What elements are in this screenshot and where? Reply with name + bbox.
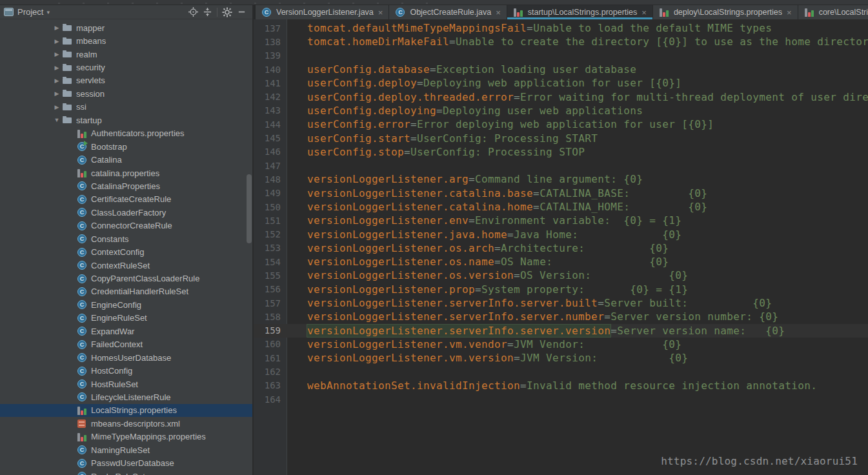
tab-core-localstrings-p[interactable]: core\LocalStrings.p (798, 5, 868, 19)
editor[interactable]: 137tomcat.defaultMimeTypeMappingsFail=Un… (254, 19, 868, 475)
collapse-all-icon[interactable] (200, 6, 214, 19)
tree-item-lifecyclelistenerrule[interactable]: CLifecycleListenerRule (0, 390, 252, 403)
tree-item-mbeans-descriptors-xml[interactable]: mbeans-descriptors.xml (0, 417, 252, 430)
code-line-158: 158versionLoggerListener.serverInfo.serv… (254, 310, 868, 323)
tree-item-label: HostConfig (91, 366, 132, 376)
settings-gear-icon[interactable] (220, 6, 234, 19)
class-icon: C (77, 471, 88, 475)
property-key: versionLoggerListener.os.version (307, 269, 514, 281)
tree-item-label: mbeans-descriptors.xml (91, 419, 180, 429)
chevron-expanded-icon[interactable]: ▼ (52, 117, 62, 123)
line-number: 151 (254, 216, 287, 226)
code-line-150: 150versionLoggerListener.catalina.home=C… (254, 200, 868, 214)
code-line-148: 148versionLoggerListener.arg=Command lin… (254, 172, 868, 186)
property-key: versionLoggerListener.vm.version (307, 352, 514, 364)
class-icon: C (77, 445, 88, 455)
tree-item-catalina[interactable]: CCatalina (0, 153, 252, 166)
tree-item-mapper[interactable]: ▶mapper (0, 21, 252, 34)
chevron-collapsed-icon[interactable]: ▶ (52, 65, 62, 71)
project-view-label[interactable]: Project (17, 7, 43, 17)
property-value: Java Home: {0} (514, 228, 681, 241)
tree-item-constants[interactable]: CConstants (0, 232, 252, 245)
tab-startup-localstrings-properties[interactable]: startup\LocalStrings.properties× (507, 5, 652, 19)
close-icon[interactable]: × (641, 8, 647, 17)
class-icon: C (77, 155, 88, 165)
locate-icon[interactable] (186, 6, 200, 19)
tree-item-classloaderfactory[interactable]: CClassLoaderFactory (0, 206, 252, 219)
tree-item-security[interactable]: ▶security (0, 61, 252, 74)
property-key: versionLoggerListener.java.home (307, 228, 507, 241)
tree-item-namingruleset[interactable]: CNamingRuleSet (0, 443, 252, 456)
property-value: Architecture: {0} (501, 242, 669, 254)
tree-item-hostconfig[interactable]: CHostConfig (0, 364, 252, 377)
tree-item-hostruleset[interactable]: CHostRuleSet (0, 378, 252, 390)
tree-item-catalina-properties[interactable]: catalina.properties (0, 167, 252, 179)
tree-item-label: EngineConfig (91, 300, 141, 310)
tab-objectcreaterule-java[interactable]: CObjectCreateRule.java× (389, 5, 506, 19)
code-line-161: 161versionLoggerListener.vm.version=JVM … (254, 351, 868, 365)
tree-item-label: session (76, 89, 105, 99)
project-tree[interactable]: ▶mapper▶mbeans▶realm▶security▶servlets▶s… (0, 19, 252, 475)
tree-item-passwduserdatabase[interactable]: CPasswdUserDatabase (0, 456, 252, 469)
tree-item-credentialhandlerruleset[interactable]: CCredentialHandlerRuleSet (0, 285, 252, 298)
tree-item-mimetypemappings-properties[interactable]: MimeTypeMappings.properties (0, 430, 252, 443)
code-line-159: 159versionLoggerListener.serverInfo.serv… (254, 324, 868, 338)
tree-item-session[interactable]: ▶session (0, 87, 252, 100)
property-key: webAnnotationSet.invalidInjection (307, 379, 520, 392)
tree-scrollbar[interactable] (247, 174, 252, 243)
code-line-138: 138tomcat.homeDirMakeFail=Unable to crea… (254, 35, 868, 48)
properties-file-icon (77, 432, 88, 442)
property-key: versionLoggerListener.serverInfo.server.… (307, 325, 611, 337)
tree-item-certificatecreaterule[interactable]: CCertificateCreateRule (0, 193, 252, 206)
key-value-separator: = (410, 118, 417, 130)
chevron-collapsed-icon[interactable]: ▶ (52, 77, 62, 84)
close-icon[interactable]: × (378, 8, 383, 17)
chevron-collapsed-icon[interactable]: ▶ (52, 25, 62, 31)
key-value-separator: = (469, 214, 475, 227)
tree-item-startup[interactable]: ▼startup (0, 114, 252, 126)
tree-item-copyparentclassloaderrule[interactable]: CCopyParentClassLoaderRule (0, 272, 252, 285)
tab-deploy-localstrings-properties[interactable]: deploy\LocalStrings.properties× (653, 5, 798, 19)
tree-item-label: FailedContext (91, 339, 143, 349)
tree-item-homesuserdatabase[interactable]: CHomesUserDatabase (0, 351, 252, 364)
tree-item-realmruleset[interactable]: CRealmRuleSet (0, 470, 252, 475)
tree-item-ssi[interactable]: ▶ssi (0, 101, 252, 114)
chevron-collapsed-icon[interactable]: ▶ (52, 90, 62, 97)
tree-item-contextconfig[interactable]: CContextConfig (0, 245, 252, 258)
class-icon: C (77, 181, 88, 191)
tree-item-bootstrap[interactable]: CBootstrap (0, 140, 252, 153)
tree-item-label: NamingRuleSet (91, 445, 150, 455)
tree-item-connectorcreaterule[interactable]: CConnectorCreateRule (0, 219, 252, 232)
tree-item-catalinaproperties[interactable]: CCatalinaProperties (0, 179, 252, 192)
code-line-137: 137tomcat.defaultMimeTypeMappingsFail=Un… (254, 21, 868, 35)
class-icon: C (77, 352, 88, 363)
tree-item-contextruleset[interactable]: CContextRuleSet (0, 259, 252, 272)
tree-item-authenticators-properties[interactable]: Authenticators.properties (0, 127, 252, 140)
code-line-139: 139 (254, 49, 868, 63)
chevron-down-icon[interactable]: ▾ (46, 9, 50, 15)
tree-item-mbeans[interactable]: ▶mbeans (0, 34, 252, 47)
code-line-140: 140userConfig.database=Exception loading… (254, 63, 868, 76)
runnable-class-icon: C (77, 141, 88, 152)
tree-item-localstrings-properties[interactable]: LocalStrings.properties (0, 404, 252, 417)
chevron-collapsed-icon[interactable]: ▶ (52, 38, 62, 45)
chevron-collapsed-icon[interactable]: ▶ (52, 104, 62, 110)
tree-item-failedcontext[interactable]: CFailedContext (0, 338, 252, 351)
close-icon[interactable]: × (787, 8, 792, 17)
chevron-collapsed-icon[interactable]: ▶ (52, 51, 62, 57)
key-value-separator: = (475, 283, 481, 296)
tree-item-label: mapper (76, 23, 105, 33)
tree-item-engineruleset[interactable]: CEngineRuleSet (0, 312, 252, 325)
class-icon: C (77, 299, 88, 310)
tree-item-label: servlets (76, 76, 105, 85)
project-panel-header: Project ▾ (0, 5, 252, 19)
tree-item-realm[interactable]: ▶realm (0, 48, 252, 61)
tree-item-servlets[interactable]: ▶servlets (0, 74, 252, 87)
key-value-separator: = (410, 132, 417, 145)
tree-item-expandwar[interactable]: CExpandWar (0, 325, 252, 338)
close-icon[interactable]: × (496, 8, 501, 17)
tree-item-engineconfig[interactable]: CEngineConfig (0, 298, 252, 311)
tab-versionloggerlistener-java[interactable]: CVersionLoggerListener.java× (256, 5, 389, 19)
code-line-155: 155versionLoggerListener.os.version=OS V… (254, 268, 868, 282)
hide-panel-icon[interactable] (234, 6, 248, 19)
